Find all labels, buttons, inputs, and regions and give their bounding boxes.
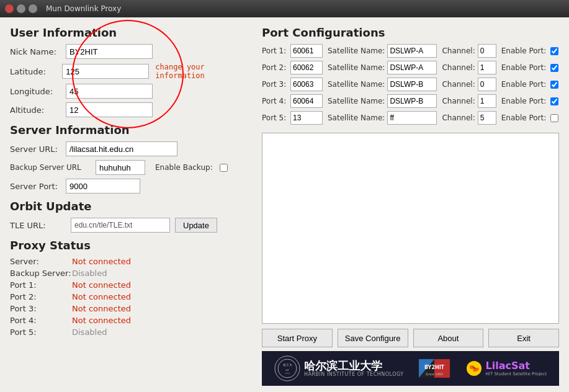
lilacsat-name: LilacSat: [486, 360, 547, 372]
longitude-label: Longitude:: [10, 87, 66, 96]
proxy-status-title: Proxy Status: [10, 239, 252, 252]
port3-ch-input[interactable]: [478, 78, 496, 91]
server-port-input[interactable]: [66, 179, 140, 194]
latitude-label: Latitude:: [10, 67, 62, 76]
port3-row: Port 3: Satellite Name: Channel: Enable …: [262, 78, 559, 91]
port4-enable-checkbox[interactable]: [550, 97, 558, 105]
port4-sat-input[interactable]: [387, 94, 437, 108]
hit-en-name: HARBIN INSTITUTE OF TECHNOLOGY: [304, 372, 404, 377]
user-info-section: User Information Nick Name: Latitude: ch…: [10, 26, 252, 117]
output-area: [262, 133, 559, 324]
port1-enable-label: Enable Port:: [501, 47, 547, 55]
server-port-row: Server Port:: [10, 179, 252, 194]
minimize-button[interactable]: [17, 4, 25, 13]
port5-ch-input[interactable]: [478, 111, 496, 125]
port1-ch-input[interactable]: [478, 44, 496, 58]
port5-sat-input[interactable]: [387, 111, 437, 125]
longitude-input[interactable]: [66, 84, 153, 99]
altitude-input[interactable]: [66, 102, 153, 117]
port5-row: Port 5: Satellite Name: Channel: Enable …: [262, 111, 559, 125]
status-backup-label: Backup Server:: [10, 269, 72, 278]
left-panel: User Information Nick Name: Latitude: ch…: [10, 26, 252, 386]
longitude-row: Longitude:: [10, 84, 252, 99]
port2-sat-input[interactable]: [387, 61, 437, 74]
status-port2-value: Not connected: [72, 292, 131, 301]
svg-text:🛰: 🛰: [472, 365, 477, 370]
port3-sat-label: Satellite Name:: [328, 80, 385, 89]
status-port2-row: Port 2: Not connected: [10, 292, 252, 301]
tle-label: TLE URL:: [10, 221, 66, 230]
altitude-row: Altitude:: [10, 102, 252, 117]
port1-enable-checkbox[interactable]: [550, 47, 558, 55]
start-proxy-button[interactable]: Start Proxy: [262, 329, 333, 347]
about-button[interactable]: About: [413, 329, 484, 347]
status-port4-value: Not connected: [72, 316, 131, 325]
status-port1-label: Port 1:: [10, 280, 72, 290]
nickname-input[interactable]: [66, 44, 153, 59]
status-port1-value: Not connected: [72, 280, 131, 290]
svg-text:哈工大: 哈工大: [282, 363, 292, 367]
port2-ch-input[interactable]: [478, 61, 496, 74]
port2-input[interactable]: [290, 61, 323, 74]
port5-enable-checkbox[interactable]: [550, 114, 558, 122]
port3-sat-input[interactable]: [387, 78, 437, 91]
latitude-row: Latitude: change your information: [10, 63, 252, 80]
port3-enable-checkbox[interactable]: [550, 81, 558, 89]
orbit-update-section: Orbit Update TLE URL: Update: [10, 200, 252, 233]
svg-text:Since 1995: Since 1995: [426, 372, 443, 376]
nickname-label: Nick Name:: [10, 47, 66, 56]
altitude-label: Altitude:: [10, 105, 66, 115]
port3-input[interactable]: [290, 78, 323, 91]
port5-input[interactable]: [290, 111, 323, 125]
port4-row: Port 4: Satellite Name: Channel: Enable …: [262, 94, 559, 108]
tle-input[interactable]: [71, 218, 170, 233]
port2-sat-label: Satellite Name:: [328, 63, 385, 72]
enable-backup-checkbox[interactable]: [220, 164, 228, 172]
port-configs-section: Port Configurations Port 1: Satellite Na…: [262, 26, 559, 128]
status-port3-value: Not connected: [72, 304, 131, 313]
status-server-row: Server: Not connected: [10, 257, 252, 266]
close-button[interactable]: [5, 4, 14, 13]
save-configure-button[interactable]: Save Configure: [338, 329, 408, 347]
port1-ch-label: Channel:: [442, 47, 475, 55]
port3-ch-label: Channel:: [442, 80, 475, 89]
svg-point-1: [278, 359, 297, 378]
lilacsat-text: LilacSat HIT Student Satellite Project: [486, 360, 547, 376]
port4-ch-label: Channel:: [442, 97, 475, 105]
latitude-input[interactable]: [62, 64, 149, 79]
status-port1-row: Port 1: Not connected: [10, 280, 252, 290]
nickname-row: Nick Name:: [10, 44, 252, 59]
port5-sat-label: Satellite Name:: [328, 114, 385, 122]
port2-ch-label: Channel:: [442, 63, 475, 72]
exit-button[interactable]: Exit: [488, 329, 559, 347]
port2-row: Port 2: Satellite Name: Channel: Enable …: [262, 61, 559, 74]
window-controls[interactable]: [5, 4, 37, 13]
by2hit-flag-icon: BY2HIT Since 1995: [419, 357, 450, 380]
server-url-input[interactable]: [66, 141, 177, 156]
right-panel: Port Configurations Port 1: Satellite Na…: [262, 26, 559, 386]
by2hit-logo: BY2HIT Since 1995: [419, 357, 450, 380]
svg-text:HIT: HIT: [285, 369, 290, 372]
backup-url-input[interactable]: [96, 160, 145, 175]
update-button[interactable]: Update: [175, 218, 217, 233]
server-port-label: Server Port:: [10, 182, 66, 191]
status-port4-label: Port 4:: [10, 316, 72, 325]
status-port4-row: Port 4: Not connected: [10, 316, 252, 325]
port-configs-title: Port Configurations: [262, 26, 559, 39]
port1-sat-input[interactable]: [387, 44, 437, 58]
port4-ch-input[interactable]: [478, 94, 496, 108]
port4-input[interactable]: [290, 94, 323, 108]
port4-enable-label: Enable Port:: [501, 97, 547, 105]
port5-label: Port 5:: [262, 114, 288, 122]
port3-enable-label: Enable Port:: [501, 80, 547, 89]
title-bar: Mun Downlink Proxy: [0, 0, 569, 17]
server-url-row: Server URL:: [10, 141, 252, 156]
port3-label: Port 3:: [262, 80, 288, 89]
svg-text:1920: 1920: [285, 372, 290, 375]
status-port3-row: Port 3: Not connected: [10, 304, 252, 313]
port2-enable-checkbox[interactable]: [550, 64, 558, 72]
port5-ch-label: Channel:: [442, 114, 475, 122]
port1-input[interactable]: [290, 44, 323, 58]
hit-cn-name: 哈尔滨工业大学: [304, 360, 382, 372]
maximize-button[interactable]: [29, 4, 37, 13]
